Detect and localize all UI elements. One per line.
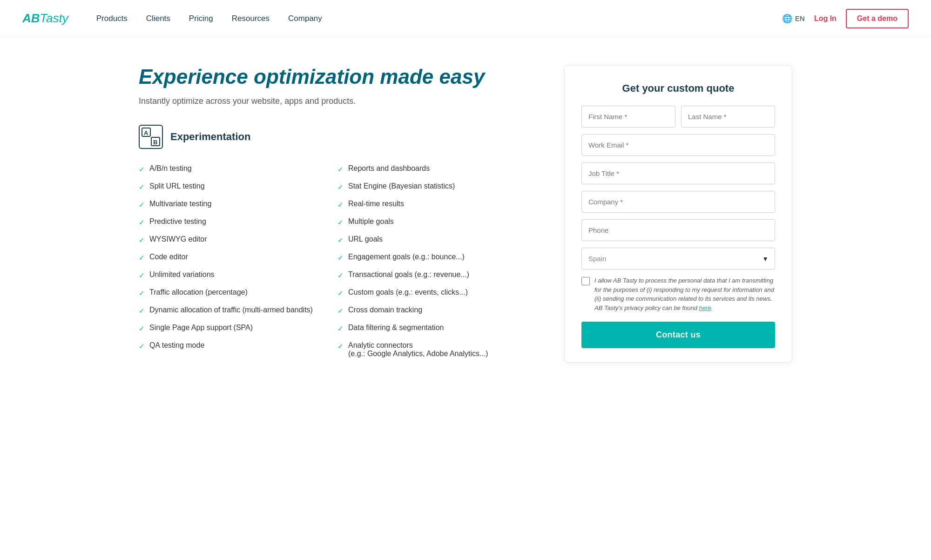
check-icon: ✓ [139, 254, 145, 262]
feature-label: Reports and dashboards [348, 164, 430, 173]
check-icon: ✓ [139, 307, 145, 315]
check-icon: ✓ [337, 183, 344, 191]
experimentation-icon: A B [139, 125, 163, 149]
check-icon: ✓ [139, 218, 145, 227]
check-icon: ✓ [337, 271, 344, 280]
country-group: Spain France Germany United Kingdom Unit… [581, 248, 775, 270]
list-item: ✓ Data filtering & segmentation [337, 319, 536, 337]
consent-text: I allow AB Tasty to process the personal… [594, 276, 775, 312]
work-email-input[interactable] [581, 134, 775, 156]
right-column: Get your custom quote [564, 65, 792, 363]
list-item: ✓ Dynamic allocation of traffic (multi-a… [139, 302, 337, 319]
nav-clients[interactable]: Clients [146, 14, 170, 23]
feature-label: Stat Engine (Bayesian statistics) [348, 182, 455, 190]
check-icon: ✓ [337, 201, 344, 209]
list-item: ✓ Reports and dashboards [337, 160, 536, 178]
feature-label: Real-time results [348, 200, 404, 208]
list-item: ✓ Stat Engine (Bayesian statistics) [337, 178, 536, 196]
check-icon: ✓ [139, 165, 145, 174]
contact-us-button[interactable]: Contact us [581, 322, 775, 348]
company-group [581, 191, 775, 213]
svg-text:A: A [144, 129, 148, 136]
list-item: ✓ WYSIWYG editor [139, 231, 337, 249]
list-item: ✓ Split URL testing [139, 178, 337, 196]
main-layout: Experience optimization made easy Instan… [116, 37, 815, 391]
list-item: ✓ URL goals [337, 231, 536, 249]
country-select[interactable]: Spain France Germany United Kingdom Unit… [581, 248, 775, 270]
phone-input[interactable] [581, 219, 775, 241]
check-icon: ✓ [139, 236, 145, 244]
last-name-group [681, 106, 775, 128]
feature-label: A/B/n testing [149, 164, 192, 173]
period: . [711, 304, 713, 311]
list-item: ✓ Multiple goals [337, 213, 536, 231]
consent-checkbox[interactable] [581, 277, 590, 285]
feature-label: Unlimited variations [149, 270, 215, 279]
hero-title: Experience optimization made easy [139, 65, 536, 89]
privacy-link[interactable]: here [699, 304, 711, 311]
last-name-input[interactable] [681, 106, 775, 128]
feature-label: Dynamic allocation of traffic (multi-arm… [149, 306, 313, 314]
feature-label: Multiple goals [348, 217, 394, 226]
check-icon: ✓ [139, 324, 145, 333]
job-title-input[interactable] [581, 162, 775, 184]
list-item: ✓ Multivariate testing [139, 196, 337, 213]
list-item: ✓ Traffic allocation (percentage) [139, 284, 337, 302]
feature-label: Split URL testing [149, 182, 205, 190]
first-name-input[interactable] [581, 106, 675, 128]
language-selector[interactable]: 🌐 EN [782, 13, 805, 24]
list-item: ✓ Predictive testing [139, 213, 337, 231]
get-demo-button[interactable]: Get a demo [846, 9, 909, 28]
section-header: A B Experimentation [139, 125, 536, 149]
check-icon: ✓ [337, 342, 344, 351]
feature-label: Cross domain tracking [348, 306, 422, 314]
feature-label: Code editor [149, 253, 188, 261]
feature-label: Predictive testing [149, 217, 206, 226]
feature-label: Multivariate testing [149, 200, 211, 208]
check-icon: ✓ [337, 307, 344, 315]
quote-form-card: Get your custom quote [564, 65, 792, 363]
work-email-group [581, 134, 775, 156]
feature-label: QA testing mode [149, 341, 204, 350]
navbar: AB Tasty Products Clients Pricing Resour… [0, 0, 931, 37]
logo[interactable]: AB Tasty [22, 11, 68, 26]
feature-label: Traffic allocation (percentage) [149, 288, 248, 297]
list-item: ✓ Code editor [139, 249, 337, 266]
list-item: ✓ Unlimited variations [139, 266, 337, 284]
company-input[interactable] [581, 191, 775, 213]
feature-label: Single Page App support (SPA) [149, 324, 253, 332]
check-icon: ✓ [337, 218, 344, 227]
check-icon: ✓ [337, 254, 344, 262]
feature-label: Engagement goals (e.g.: bounce...) [348, 253, 465, 261]
first-name-group [581, 106, 675, 128]
features-col2: ✓ Reports and dashboards ✓ Stat Engine (… [337, 160, 536, 362]
list-item: ✓ Analytic connectors (e.g.: Google Anal… [337, 337, 536, 362]
features-col1: ✓ A/B/n testing ✓ Split URL testing ✓ Mu… [139, 160, 337, 362]
nav-resources[interactable]: Resources [232, 14, 270, 23]
check-icon: ✓ [337, 289, 344, 297]
check-icon: ✓ [139, 201, 145, 209]
feature-label: Data filtering & segmentation [348, 324, 444, 332]
list-item: ✓ Real-time results [337, 196, 536, 213]
list-item: ✓ Single Page App support (SPA) [139, 319, 337, 337]
list-item: ✓ QA testing mode [139, 337, 337, 355]
section-title: Experimentation [170, 131, 250, 143]
svg-text:B: B [153, 139, 157, 146]
feature-label: Analytic connectors (e.g.: Google Analyt… [348, 341, 488, 358]
feature-label: Custom goals (e.g.: events, clicks...) [348, 288, 468, 297]
feature-label: URL goals [348, 235, 383, 243]
phone-group [581, 219, 775, 241]
check-icon: ✓ [337, 324, 344, 333]
feature-label: WYSIWYG editor [149, 235, 207, 243]
nav-pricing[interactable]: Pricing [189, 14, 213, 23]
login-link[interactable]: Log In [814, 14, 837, 23]
nav-company[interactable]: Company [288, 14, 322, 23]
features-grid: ✓ A/B/n testing ✓ Split URL testing ✓ Mu… [139, 160, 536, 362]
check-icon: ✓ [139, 289, 145, 297]
left-column: Experience optimization made easy Instan… [139, 65, 536, 363]
check-icon: ✓ [139, 271, 145, 280]
check-icon: ✓ [337, 236, 344, 244]
nav-products[interactable]: Products [96, 14, 128, 23]
logo-ab: AB [22, 11, 40, 26]
list-item: ✓ Engagement goals (e.g.: bounce...) [337, 249, 536, 266]
